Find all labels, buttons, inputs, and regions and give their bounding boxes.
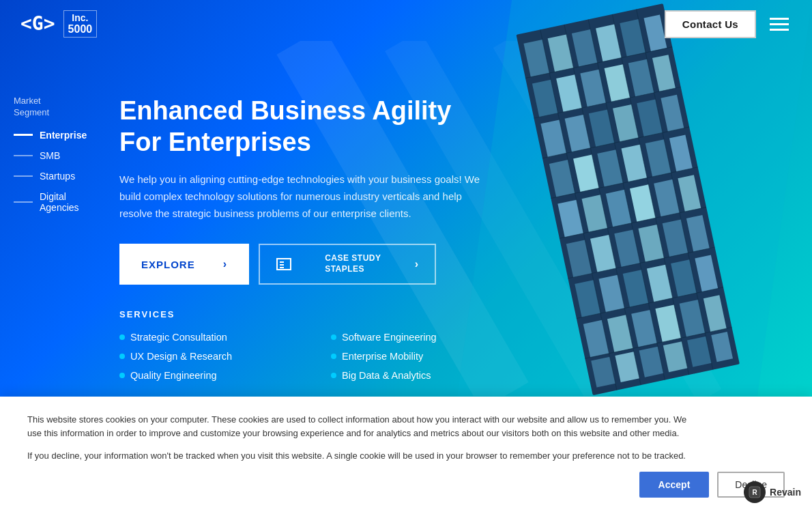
hamburger-line-2 <box>770 23 789 25</box>
svg-text:R: R <box>752 489 757 496</box>
revain-label: Revain <box>770 487 801 498</box>
service-label-ux-design-research: UX Design & Research <box>130 351 232 362</box>
explore-button[interactable]: EXPLORE › <box>119 244 249 284</box>
sidebar-item-digital-agencies[interactable]: Digital Agencies <box>14 191 99 213</box>
service-label-strategic-consultation: Strategic Consultation <box>130 332 227 343</box>
logo-inc-label: Inc. <box>72 13 88 23</box>
service-dot-quality-engineering <box>119 373 125 378</box>
service-label-big-data-analytics: Big Data & Analytics <box>342 370 431 381</box>
service-label-software-engineering: Software Engineering <box>342 332 437 343</box>
sidebar-label-digital-agencies: Digital Agencies <box>40 191 99 213</box>
case-study-label: CASE STUDYSTAPLES <box>325 253 381 274</box>
cookie-banner: This website stores cookies on your comp… <box>0 397 812 514</box>
hero-subtitle: We help you in aligning cutting-edge tec… <box>119 171 488 222</box>
sidebar-line-digital-agencies <box>14 201 33 203</box>
sidebar-line-startups <box>14 175 33 177</box>
logo-inc-number: 5000 <box>68 23 93 35</box>
services-title: SERVICES <box>119 309 553 319</box>
cookie-buttons: Accept Decline <box>27 472 785 498</box>
service-label-quality-engineering: Quality Engineering <box>130 370 217 381</box>
service-item-ux-design-research: UX Design & Research <box>119 351 290 362</box>
logo-inc5000: Inc. 5000 <box>63 10 98 38</box>
sidebar-label-smb: SMB <box>40 150 60 161</box>
explore-label: EXPLORE <box>141 259 195 270</box>
sidebar-line-smb <box>14 155 33 156</box>
service-item-quality-engineering: Quality Engineering <box>119 370 290 381</box>
cookie-text-main: This website stores cookies on your comp… <box>27 413 696 442</box>
contact-us-button[interactable]: Contact Us <box>665 10 756 38</box>
service-item-software-engineering: Software Engineering <box>331 332 502 343</box>
sidebar-label-enterprise: Enterprise <box>40 130 87 141</box>
case-study-button[interactable]: CASE STUDYSTAPLES › <box>259 244 436 284</box>
revain-icon: R <box>744 481 766 503</box>
service-dot-big-data-analytics <box>331 373 336 378</box>
hamburger-line-1 <box>770 18 789 20</box>
sidebar-section-title: Market Segment <box>14 96 99 119</box>
main-hero-content: Enhanced Business Agility For Enterprise… <box>119 96 553 381</box>
services-grid: Strategic Consultation Software Engineer… <box>119 332 502 381</box>
cookie-text-secondary: If you decline, your information won't b… <box>27 449 696 463</box>
service-dot-software-engineering <box>331 334 336 340</box>
hamburger-menu-button[interactable] <box>767 15 792 33</box>
service-dot-ux-design <box>119 354 125 359</box>
header-right: Contact Us <box>665 10 792 38</box>
sidebar-item-smb[interactable]: SMB <box>14 150 99 161</box>
logo-area: <G> Inc. 5000 <box>20 10 97 38</box>
service-label-enterprise-mobility: Enterprise Mobility <box>342 351 423 362</box>
sidebar-item-enterprise[interactable]: Enterprise <box>14 130 99 141</box>
logo-g: <G> <box>20 12 55 35</box>
service-item-strategic-consultation: Strategic Consultation <box>119 332 290 343</box>
sidebar-item-startups[interactable]: Startups <box>14 171 99 182</box>
service-item-enterprise-mobility: Enterprise Mobility <box>331 351 502 362</box>
explore-arrow-icon: › <box>223 258 227 270</box>
hero-title: Enhanced Business Agility For Enterprise… <box>119 96 474 158</box>
cookie-accept-button[interactable]: Accept <box>639 472 710 498</box>
header: <G> Inc. 5000 Contact Us <box>0 0 812 48</box>
service-item-big-data-analytics: Big Data & Analytics <box>331 370 502 381</box>
services-section: SERVICES Strategic Consultation Software… <box>119 309 553 381</box>
sidebar-line-enterprise <box>14 134 33 136</box>
market-segment-sidebar: Market Segment Enterprise SMB Startups D… <box>0 89 113 229</box>
revain-logo: R Revain <box>744 481 801 503</box>
cta-buttons: EXPLORE › CASE STUDYSTAPLES › <box>119 244 553 284</box>
sidebar-label-startups: Startups <box>40 171 75 182</box>
service-dot-strategic-consultation <box>119 334 125 340</box>
case-study-icon <box>276 258 291 270</box>
case-study-arrow-icon: › <box>415 258 418 270</box>
hamburger-line-3 <box>770 29 789 31</box>
service-dot-enterprise-mobility <box>331 354 336 359</box>
